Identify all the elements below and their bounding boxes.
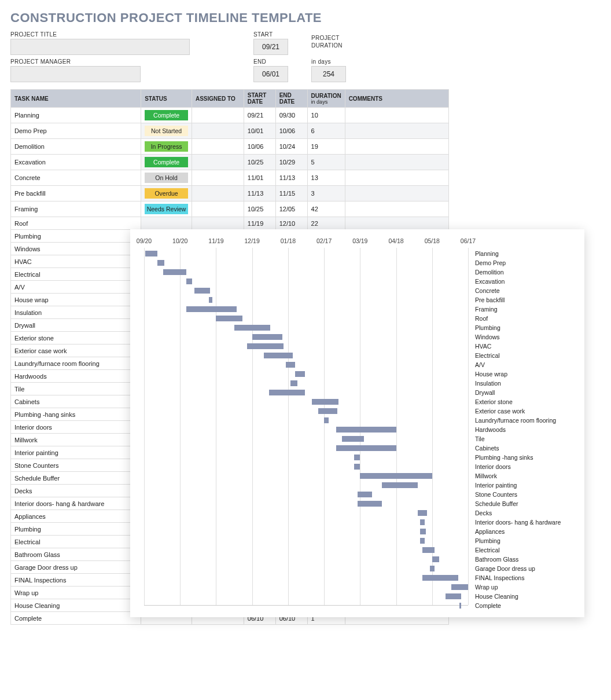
task-end[interactable]: 11/15 [275,186,307,201]
gantt-bar [324,417,329,423]
task-status[interactable]: Complete [141,108,192,123]
task-end[interactable]: 12/05 [275,201,307,217]
table-row[interactable]: ConcreteOn Hold11/0111/1313 [11,170,449,186]
task-assigned[interactable] [192,186,244,201]
task-name: Cabinets [11,395,141,408]
task-comments[interactable] [345,201,448,217]
gantt-legend-item: Stone Counters [475,490,561,499]
task-comments[interactable] [345,123,448,139]
duration-label1: PROJECT [311,35,343,41]
task-start[interactable]: 11/19 [244,217,275,230]
task-name: HVAC [11,255,141,268]
gantt-legend-item: Electrical [475,351,561,360]
gantt-tick: 03/19 [352,237,367,244]
task-assigned[interactable] [192,139,244,155]
gantt-tick: 11/19 [208,237,223,244]
task-comments[interactable] [345,170,448,186]
gantt-legend-item: Bathroom Glass [475,555,561,564]
gantt-bar [422,547,435,553]
task-name: Appliances [11,510,141,523]
table-row[interactable]: FramingNeeds Review10/2512/0542 [11,201,449,217]
task-name: Bathroom Glass [11,548,141,561]
task-assigned[interactable] [192,201,244,217]
task-status[interactable]: Complete [141,155,192,170]
project-manager-label: PROJECT MANAGER [10,58,253,65]
project-title-input[interactable] [10,39,190,55]
gantt-legend-item: Plumbing -hang sinks [475,453,561,462]
gantt-legend-item: FINAL Inspections [475,573,561,582]
table-row[interactable]: Roof11/1912/1022 [11,217,449,230]
gantt-tick: 12/19 [245,237,260,244]
gantt-legend-item: Tile [475,434,561,444]
start-input[interactable]: 09/21 [253,39,288,55]
gantt-bar [194,288,210,294]
task-status[interactable]: Not Started [141,123,192,139]
gantt-legend-item: Complete [475,601,561,610]
task-comments[interactable] [345,155,448,170]
duration-label2: DURATION [311,42,343,49]
end-input[interactable]: 06/01 [253,66,288,82]
task-start[interactable]: 10/25 [244,155,275,170]
task-name: Windows [11,243,141,255]
task-end[interactable]: 09/30 [275,108,307,123]
gantt-bar [264,353,293,358]
table-row[interactable]: PlanningComplete09/2109/3010 [11,108,449,123]
task-status[interactable]: Overdue [141,186,192,201]
task-status[interactable]: Needs Review [141,201,192,217]
col-comments: COMMENTS [345,90,448,108]
task-comments[interactable] [345,108,448,123]
task-assigned[interactable] [192,155,244,170]
end-label: END [253,58,311,65]
task-start[interactable]: 10/25 [244,201,275,217]
table-row[interactable]: Pre backfillOverdue11/1311/153 [11,186,449,201]
table-row[interactable]: ExcavationComplete10/2510/295 [11,155,449,170]
gantt-legend-item: HVAC [475,342,561,351]
task-duration: 42 [307,201,345,217]
task-end[interactable]: 10/29 [275,155,307,170]
task-name: Exterior stone [11,332,141,344]
task-end[interactable]: 10/06 [275,123,307,139]
task-status[interactable]: On Hold [141,170,192,186]
gantt-bar [295,371,305,377]
task-start[interactable]: 11/01 [244,170,275,186]
project-manager-input[interactable] [10,66,141,82]
gantt-legend-item: Excavation [475,277,561,286]
gantt-legend: PlanningDemo PrepDemolitionExcavationCon… [475,249,561,610]
task-end[interactable]: 12/10 [275,217,307,230]
col-task: TASK NAME [11,90,141,108]
task-assigned[interactable] [192,170,244,186]
gantt-bar [420,538,425,544]
task-name: House Cleaning [11,599,141,612]
task-assigned[interactable] [192,108,244,123]
task-comments[interactable] [345,217,448,230]
col-duration: DURATIONin days [307,90,345,108]
table-row[interactable]: Demo PrepNot Started10/0110/066 [11,123,449,139]
gantt-legend-item: Framing [475,305,561,314]
task-assigned[interactable] [192,123,244,139]
task-name: Concrete [11,170,141,186]
gantt-legend-item: Exterior stone [475,397,561,406]
task-start[interactable]: 10/06 [244,139,275,155]
task-name: Stone Counters [11,459,141,472]
gantt-bar [432,556,439,562]
task-start[interactable]: 09/21 [244,108,275,123]
task-start[interactable]: 10/01 [244,123,275,139]
gantt-bar [418,510,428,516]
task-name: House wrap [11,294,141,306]
table-row[interactable]: DemolitionIn Progress10/0610/2419 [11,139,449,155]
gantt-bar [186,306,237,312]
task-end[interactable]: 11/13 [275,170,307,186]
task-end[interactable]: 10/24 [275,139,307,155]
gantt-tick: 10/20 [172,237,187,244]
task-name: Hardwoods [11,370,141,383]
gantt-legend-item: Wrap up [475,582,561,592]
task-comments[interactable] [345,186,448,201]
task-assigned[interactable] [192,217,244,230]
task-start[interactable]: 11/13 [244,186,275,201]
gantt-bar [451,584,468,590]
task-status[interactable]: In Progress [141,139,192,155]
gantt-legend-item: Concrete [475,286,561,295]
task-name: Laundry/furnace room flooring [11,357,141,370]
task-status[interactable] [141,217,192,230]
task-comments[interactable] [345,139,448,155]
